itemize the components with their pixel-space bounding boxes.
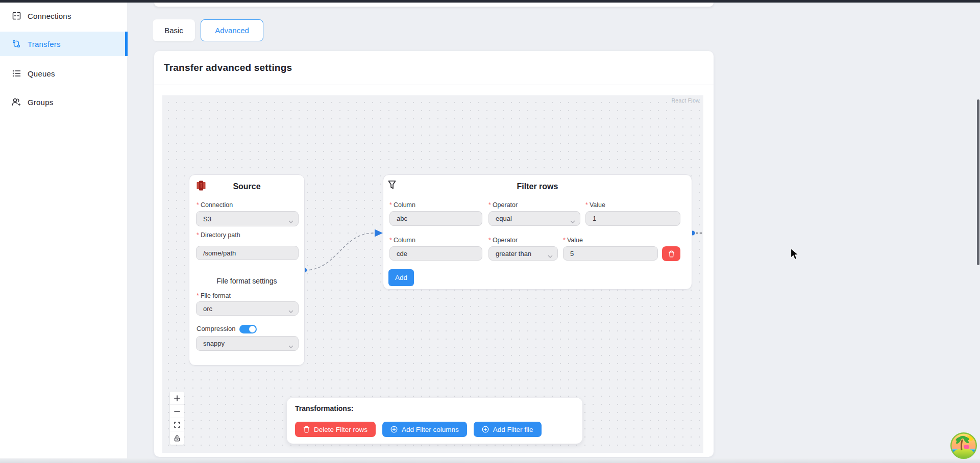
add-filter-columns-button[interactable]: Add Filter columns [382,422,467,437]
sidebar-item-groups[interactable]: Groups [0,93,128,111]
lock-open-icon [174,435,180,442]
transformations-panel: Transformations: Delete Filter rows Add … [287,398,582,444]
column-value: abc [397,215,407,222]
active-item-indicator [125,32,128,56]
sidebar-item-transfers[interactable]: Transfers [0,32,128,56]
island-badge-icon[interactable] [950,432,977,459]
delete-filter-row-button[interactable] [662,246,680,261]
source-node[interactable]: Source *Connection S3 *Directory path /s… [189,174,305,366]
trash-icon [668,250,675,258]
sidebar-item-label: Groups [28,98,53,107]
connection-select[interactable]: S3 [196,211,299,226]
filter-rows-node[interactable]: Filter rows *Column *Operator *Value abc… [383,174,692,290]
column-value: cde [397,250,407,258]
add-filter-file-button[interactable]: Add Filter file [474,422,542,437]
value-label: *Value [585,201,605,209]
filter-value-input[interactable]: 1 [585,211,680,226]
connection-value: S3 [203,215,211,223]
chevron-down-icon [288,217,293,225]
scrolled-card-bottom-edge [154,3,714,7]
bottom-edge-strip [0,458,980,463]
transfers-icon [12,40,21,48]
transformations-title: Transformations: [295,404,574,413]
sidebar-item-label: Transfers [28,40,61,48]
node-title: Source [189,182,304,191]
toggle-knob [249,326,256,332]
react-flow-canvas[interactable]: React Flow Source *Connection [162,95,703,453]
chevron-down-icon [570,217,575,225]
compression-label: Compression [197,325,236,332]
tab-basic[interactable]: Basic [153,19,195,41]
operator-label: *Operator [488,237,518,244]
directory-path-label: *Directory path [197,232,240,239]
directory-path-input[interactable]: /some/path [196,246,299,260]
file-format-value: orc [203,305,212,313]
required-marker: * [197,292,199,299]
required-marker: * [197,201,199,209]
required-marker: * [563,237,566,244]
transfer-settings-card: Transfer advanced settings React Flow [154,51,714,457]
button-label: Add Filter file [493,426,533,433]
compression-value: snappy [203,340,225,347]
plus-circle-icon [390,426,398,433]
required-marker: * [389,201,392,209]
vertical-scrollbar-thumb[interactable] [977,99,979,265]
queues-icon [12,69,21,78]
tab-advanced[interactable]: Advanced [201,19,263,41]
file-format-select[interactable]: orc [196,301,299,316]
plus-icon [174,395,180,401]
sidebar-item-connections[interactable]: Connections [0,7,128,25]
page-title: Transfer advanced settings [164,62,292,73]
chevron-down-icon [288,342,293,350]
react-flow-controls [170,392,184,445]
filter-column-input[interactable]: abc [389,211,482,226]
column-label: *Column [389,201,415,209]
required-marker: * [585,201,588,209]
column-label: *Column [389,237,415,244]
required-marker: * [488,237,491,244]
sidebar: Connections Transfers Queues [0,3,128,458]
delete-filter-rows-button[interactable]: Delete Filter rows [295,422,376,437]
sidebar-item-queues[interactable]: Queues [0,64,128,83]
file-format-section-title: File format settings [189,277,304,285]
card-header: Transfer advanced settings [154,51,714,85]
connection-label: *Connection [197,201,233,209]
operator-value: greater than [496,250,531,258]
sidebar-item-label: Connections [28,12,71,20]
directory-path-value: /some/path [203,249,236,257]
edge-source-to-filter[interactable] [305,233,374,270]
required-marker: * [389,237,392,244]
fit-view-icon [174,422,180,428]
required-marker: * [488,201,491,209]
operator-label: *Operator [488,201,518,209]
minus-icon [174,408,180,415]
node-title: Filter rows [383,182,692,191]
filter-operator-select[interactable]: greater than [488,246,558,261]
value-value: 1 [593,215,596,222]
sidebar-item-label: Queues [28,69,55,78]
fit-view-button[interactable] [170,418,184,431]
value-value: 5 [570,250,574,258]
groups-icon [12,98,21,106]
button-label: Delete Filter rows [314,426,368,433]
filter-value-input[interactable]: 5 [563,246,658,261]
compression-toggle[interactable] [239,325,257,333]
chevron-down-icon [548,252,553,260]
file-format-label: *File format [197,292,231,299]
filter-column-input[interactable]: cde [389,246,482,261]
lock-interactivity-button[interactable] [170,431,184,445]
connections-icon [12,12,21,20]
filter-operator-select[interactable]: equal [488,211,580,226]
operator-value: equal [496,215,512,222]
compression-select[interactable]: snappy [196,336,299,351]
mouse-cursor-icon [790,248,800,263]
value-label: *Value [563,237,583,244]
zoom-out-button[interactable] [170,405,184,418]
required-marker: * [197,232,199,239]
zoom-in-button[interactable] [170,392,184,405]
button-label: Add Filter columns [402,426,459,433]
chevron-down-icon [288,307,293,315]
add-filter-row-button[interactable]: Add [388,269,414,286]
trash-icon [303,426,310,433]
plus-circle-icon [482,426,489,433]
